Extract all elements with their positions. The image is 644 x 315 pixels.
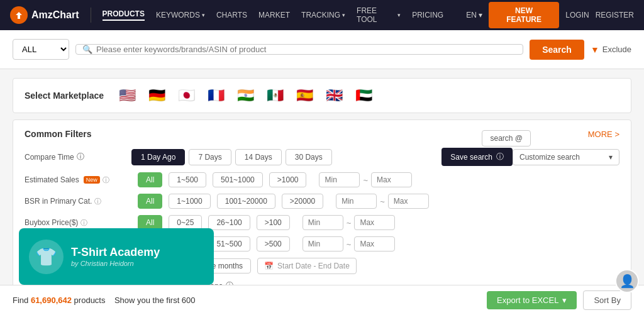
- search-category-select[interactable]: ALL Products: [13, 39, 69, 60]
- promo-subtitle: by Christian Heidorn: [71, 260, 160, 267]
- estimated-sales-min[interactable]: [319, 172, 360, 187]
- search-input-wrap: 🔍: [75, 44, 523, 55]
- bottom-right: Export to EXCEL ▾ Sort By: [487, 290, 631, 310]
- count-value: 61,690,642: [31, 296, 72, 305]
- date-range-picker[interactable]: 📅 Start Date - End Date: [257, 258, 357, 274]
- show-label: Show you the first 600: [114, 296, 196, 305]
- filters-title: Common Filters: [25, 129, 92, 139]
- save-search-button[interactable]: Save search ⓘ: [441, 148, 513, 166]
- estimated-sales-501-1000[interactable]: 501~1000: [213, 172, 263, 187]
- new-badge: New: [84, 176, 100, 184]
- compare-btn-30days[interactable]: 30 Days: [286, 149, 332, 165]
- buybox-gt100[interactable]: >100: [257, 215, 290, 230]
- promo-banner[interactable]: 👕 T-Shirt Academy by Christian Heidorn: [19, 228, 214, 285]
- bsr-range: ~: [336, 194, 429, 209]
- nav-charts[interactable]: CHARTS: [216, 11, 247, 19]
- sort-by-button[interactable]: Sort By: [583, 290, 631, 310]
- export-arrow: ▾: [562, 296, 567, 305]
- compare-time-label: Compare Time ⓘ: [25, 152, 131, 162]
- reviews-51-500[interactable]: 51~500: [208, 236, 250, 251]
- flag-us[interactable]: 🇺🇸: [119, 87, 136, 104]
- search-at-badge[interactable]: search @: [482, 130, 531, 146]
- nav-free-tool[interactable]: FREE TOOL ▾: [357, 6, 401, 24]
- estimated-sales-max[interactable]: [371, 172, 412, 187]
- search-bar: ALL Products 🔍 Search ▼ Exclude: [0, 30, 644, 69]
- navbar: AmzChart PRODUCTS KEYWORDS ▾ CHARTS MARK…: [0, 0, 644, 30]
- reviews-max[interactable]: [354, 236, 395, 251]
- marketplace-section: Select Marketplace 🇺🇸 🇩🇪 🇯🇵 🇫🇷 🇮🇳 🇲🇽 🇪🇸 …: [13, 78, 631, 113]
- customize-search-dropdown[interactable]: Customize search ▾: [513, 149, 619, 165]
- search-at-label: search @: [490, 134, 523, 143]
- buybox-info-icon[interactable]: ⓘ: [80, 218, 87, 228]
- reviews-min[interactable]: [303, 236, 343, 251]
- buybox-range: ~: [303, 215, 396, 230]
- compare-time-info-icon[interactable]: ⓘ: [77, 152, 84, 162]
- flag-ae[interactable]: 🇦🇪: [355, 87, 372, 104]
- bsr-label: BSR in Primary Cat. ⓘ: [25, 197, 131, 206]
- bottom-bar: Find 61,690,642 products Show you the fi…: [0, 285, 644, 315]
- nav-keywords[interactable]: KEYWORDS ▾: [156, 11, 205, 19]
- nav-market[interactable]: MARKET: [258, 11, 290, 19]
- buybox-min[interactable]: [303, 215, 343, 230]
- promo-text: T-Shirt Academy by Christian Heidorn: [71, 246, 160, 267]
- estimated-sales-all[interactable]: All: [138, 172, 162, 187]
- estimated-sales-info-icon[interactable]: ⓘ: [103, 175, 109, 185]
- estimated-sales-range: ~: [319, 172, 412, 187]
- nav-right: EN ▾ NEW FEATURE LOGIN REGISTER: [466, 2, 634, 28]
- logo-text: AmzChart: [31, 9, 79, 21]
- nav-tracking[interactable]: TRACKING ▾: [301, 11, 345, 19]
- bsr-1001-20000[interactable]: 1001~20000: [217, 194, 275, 209]
- estimated-sales-row: Estimated Sales New ⓘ All 1~500 501~1000…: [25, 172, 619, 187]
- logo-icon: [10, 6, 28, 24]
- customize-search-arrow: ▾: [609, 153, 613, 162]
- bsr-gt20000[interactable]: >20000: [282, 194, 323, 209]
- bsr-max[interactable]: [388, 194, 429, 209]
- nav-pricing[interactable]: PRICING: [412, 11, 443, 19]
- compare-time-buttons: 1 Day Ago 7 Days 14 Days 30 Days: [131, 149, 332, 165]
- estimated-sales-label: Estimated Sales New ⓘ: [25, 175, 131, 185]
- estimated-sales-gt1000[interactable]: >1000: [269, 172, 307, 187]
- search-input[interactable]: [96, 45, 516, 54]
- flag-jp[interactable]: 🇯🇵: [178, 87, 195, 104]
- login-link[interactable]: LOGIN: [565, 11, 589, 19]
- bsr-row: BSR in Primary Cat. ⓘ All 1~1000 1001~20…: [25, 194, 619, 209]
- avatar[interactable]: 👤: [615, 269, 639, 293]
- bsr-1-1000[interactable]: 1~1000: [169, 194, 210, 209]
- flag-de[interactable]: 🇩🇪: [148, 87, 165, 104]
- compare-time-row: Compare Time ⓘ 1 Day Ago 7 Days 14 Days …: [25, 148, 619, 166]
- bsr-all[interactable]: All: [138, 194, 162, 209]
- compare-btn-7days[interactable]: 7 Days: [189, 149, 231, 165]
- bsr-info-icon[interactable]: ⓘ: [94, 197, 101, 206]
- nav-products[interactable]: PRODUCTS: [103, 9, 145, 21]
- flag-mx[interactable]: 🇲🇽: [267, 87, 284, 104]
- lang-selector[interactable]: EN ▾: [466, 11, 482, 19]
- new-feature-button[interactable]: NEW FEATURE: [489, 2, 559, 28]
- flag-in[interactable]: 🇮🇳: [237, 87, 254, 104]
- flag-gb[interactable]: 🇬🇧: [326, 87, 343, 104]
- search-icon: 🔍: [82, 45, 92, 54]
- bsr-min[interactable]: [336, 194, 377, 209]
- search-button[interactable]: Search: [530, 40, 584, 60]
- nav-links: PRODUCTS KEYWORDS ▾ CHARTS MARKET TRACKI…: [103, 6, 444, 24]
- compare-btn-1day[interactable]: 1 Day Ago: [131, 149, 185, 165]
- save-search-info-icon: ⓘ: [496, 152, 504, 162]
- filter-icon: ▼: [591, 45, 599, 55]
- flag-fr[interactable]: 🇫🇷: [208, 87, 225, 104]
- logo[interactable]: AmzChart: [10, 6, 79, 24]
- promo-title: T-Shirt Academy: [71, 246, 160, 260]
- nav-divider: [91, 8, 91, 23]
- exclude-label[interactable]: ▼ Exclude: [591, 45, 631, 55]
- buybox-26-100[interactable]: 26~100: [208, 215, 250, 230]
- flag-es[interactable]: 🇪🇸: [296, 87, 313, 104]
- date-range-label: Start Date - End Date: [277, 262, 350, 270]
- buybox-label: Buybox Price($) ⓘ: [25, 218, 131, 228]
- calendar-icon: 📅: [264, 262, 274, 270]
- buybox-max[interactable]: [354, 215, 395, 230]
- register-link[interactable]: REGISTER: [596, 11, 634, 19]
- reviews-range: ~: [303, 236, 396, 251]
- estimated-sales-1-500[interactable]: 1~500: [169, 172, 206, 187]
- compare-btn-14days[interactable]: 14 Days: [235, 149, 282, 165]
- more-link[interactable]: MORE >: [588, 130, 619, 139]
- reviews-gt500[interactable]: >500: [257, 236, 290, 251]
- export-excel-button[interactable]: Export to EXCEL ▾: [487, 291, 577, 309]
